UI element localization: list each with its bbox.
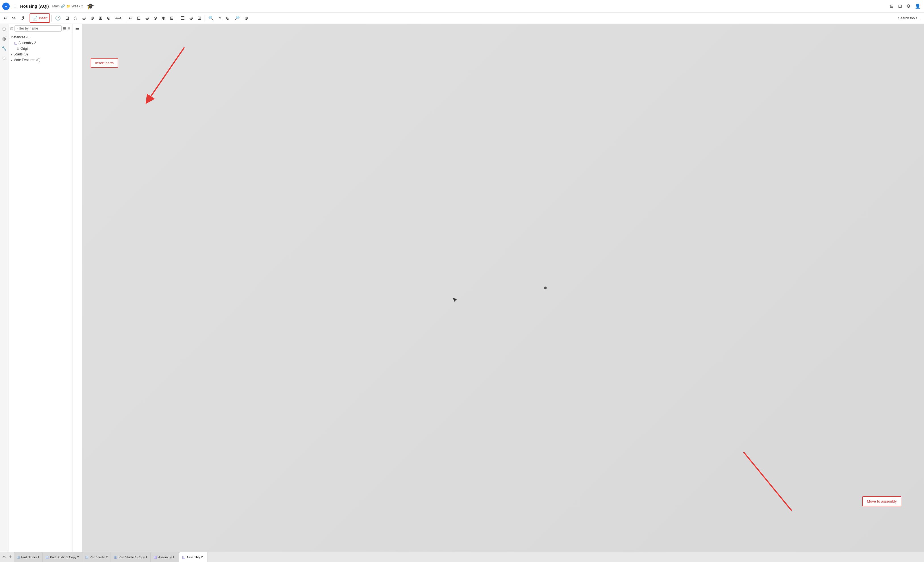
tree-mate-features[interactable]: ▾ Mate Features (0): [9, 57, 72, 63]
sidebar-left-icons: ⊞ ◎ 🔧 ⊕: [0, 24, 9, 552]
onshape-logo: o: [2, 3, 10, 10]
viewport-background: [82, 24, 924, 552]
tab-part-studio-1[interactable]: ◫ Part Studio 1: [14, 552, 43, 562]
tool-12[interactable]: ⊕: [160, 14, 167, 22]
tool-17[interactable]: 🔍: [206, 14, 216, 22]
insert-parts-label: Insert parts: [95, 61, 114, 65]
tab-assembly-1[interactable]: ◫ Assembly 1: [151, 552, 179, 562]
tool-10[interactable]: ⊛: [143, 14, 151, 22]
logo-area: o ☰ Housing (AQI): [2, 3, 49, 10]
tool-11[interactable]: ⊗: [152, 14, 159, 22]
grid-icon-btn[interactable]: ⊞: [889, 2, 895, 10]
tab-bar: ⚙ + ◫ Part Studio 1 ◫ Part Studio 1 Copy…: [0, 552, 924, 562]
tree-origin[interactable]: ⊕ Origin: [9, 46, 72, 51]
tab-part-studio-1-copy-1[interactable]: ◫ Part Studio 1 Copy 1: [111, 552, 151, 562]
tool-1[interactable]: ⊡: [63, 14, 71, 22]
folder-icon: 📁: [66, 4, 70, 8]
tool-21[interactable]: ⊕: [242, 14, 250, 22]
tab-icon-ps-copy1: ◫: [114, 555, 117, 559]
tool-6[interactable]: ⊜: [105, 14, 112, 22]
tab-icon-asm2: ◫: [182, 555, 185, 559]
toolbar: ↩ ↪ ↺ 📄 Insert 🕐 ⊡ ◎ ⊕ ⊕ ⊞ ⊜ ⟺ ↩ ⊡ ⊛ ⊗ ⊕…: [0, 12, 924, 24]
tool-3[interactable]: ⊕: [80, 14, 88, 22]
assembly-item-icon: ◫: [14, 41, 17, 45]
tool-15[interactable]: ⊕: [187, 14, 195, 22]
tree-assembly2[interactable]: ◫ Assembly 2: [9, 40, 72, 46]
move-to-assembly-box[interactable]: Move to assembly: [862, 496, 901, 506]
tab-assembly-2[interactable]: ◫ Assembly 2: [179, 552, 207, 562]
tab-icon-ps-copy2: ◫: [45, 555, 49, 559]
add-instance-button[interactable]: ⊞: [68, 26, 70, 31]
branch-label: Main: [52, 4, 60, 8]
sidebar-content: ⊞ ◎ 🔧 ⊕ ⊡ ☰ ⊞ Instances (0) ◫: [0, 24, 72, 552]
redo-button[interactable]: ↪: [10, 14, 18, 22]
tab-label-ps2: Part Studio 2: [90, 556, 108, 559]
tool-14[interactable]: ☰: [179, 14, 187, 22]
separator-2: [51, 15, 52, 22]
sidebar-panel: ⊡ ☰ ⊞ Instances (0) ◫ Assembly 2 ⊕ O: [9, 24, 72, 552]
undo-button[interactable]: ↩: [2, 14, 9, 22]
tab-label-ps1: Part Studio 1: [21, 556, 39, 559]
tool-13[interactable]: ⊞: [168, 14, 176, 22]
sidebar-icon-parts[interactable]: ◎: [2, 35, 7, 42]
tool-clock[interactable]: 🕐: [53, 14, 63, 22]
sidebar: ⊞ ◎ 🔧 ⊕ ⊡ ☰ ⊞ Instances (0) ◫: [0, 24, 72, 552]
insert-button[interactable]: 📄 Insert: [30, 14, 50, 23]
branch-info: Main 🔗 📁 Week 2: [52, 4, 83, 8]
settings-icon-btn[interactable]: ⚙: [905, 2, 912, 10]
tool-2[interactable]: ◎: [72, 14, 80, 22]
filter-input[interactable]: [15, 25, 62, 32]
document-title: Housing (AQI): [20, 4, 49, 9]
tab-part-studio-2[interactable]: ◫ Part Studio 2: [82, 552, 111, 562]
sidebar-tree: Instances (0) ◫ Assembly 2 ⊕ Origin ▾ Lo…: [9, 33, 72, 552]
origin-label: Origin: [21, 47, 30, 51]
center-dot: [544, 287, 547, 289]
sidebar-filter-bar: ⊡ ☰ ⊞: [9, 24, 72, 33]
tool-16[interactable]: ⊡: [195, 14, 203, 22]
separator-1: [28, 15, 28, 22]
link-icon: 🔗: [61, 4, 65, 8]
add-tab-button[interactable]: +: [7, 553, 14, 561]
user-icon-btn[interactable]: 👤: [914, 2, 922, 10]
tool-4[interactable]: ⊕: [88, 14, 96, 22]
vl-btn-list[interactable]: ☰: [74, 26, 80, 33]
top-bar: o ☰ Housing (AQI) Main 🔗 📁 Week 2 🎓 ⊞ ⊡ …: [0, 0, 924, 12]
tab-part-studio-copy-2[interactable]: ◫ Part Studio 1 Copy 2: [42, 552, 82, 562]
tool-5[interactable]: ⊞: [97, 14, 104, 22]
sidebar-icon-addpart[interactable]: ⊕: [2, 54, 7, 62]
assembly2-label: Assembly 2: [18, 41, 36, 45]
tool-9[interactable]: ⊡: [135, 14, 142, 22]
main-area: ⊞ ◎ 🔧 ⊕ ⊡ ☰ ⊞ Instances (0) ◫: [0, 24, 924, 552]
separator-3: [125, 15, 125, 22]
mate-features-label: Mate Features (0): [14, 58, 40, 62]
tool-7[interactable]: ⟺: [113, 14, 124, 22]
tab-label-ps-copy2: Part Studio 1 Copy 2: [50, 556, 79, 559]
tool-19[interactable]: ⊕: [224, 14, 232, 22]
search-tools-button[interactable]: Search tools...: [896, 15, 922, 22]
tab-icon-ps2: ◫: [85, 555, 88, 559]
graduation-icon: 🎓: [87, 3, 94, 10]
filter-icon: ⊡: [10, 26, 14, 31]
tab-icon-asm1: ◫: [154, 555, 157, 559]
origin-icon: ⊕: [16, 47, 20, 51]
insert-parts-box[interactable]: Insert parts: [91, 58, 118, 68]
list-view-button[interactable]: ☰: [63, 26, 66, 31]
sidebar-icon-assembly[interactable]: 🔧: [1, 45, 8, 52]
tab-label-asm2: Assembly 2: [187, 556, 203, 559]
viewport-left-toolbar: ☰: [72, 24, 82, 552]
tab-icon-ps1: ◫: [17, 555, 20, 559]
chevron-loads-icon: ▾: [11, 53, 12, 56]
tree-instances[interactable]: Instances (0): [9, 35, 72, 40]
tree-loads[interactable]: ▾ Loads (0): [9, 51, 72, 57]
settings-left-icon[interactable]: ⚙: [1, 554, 7, 560]
move-to-assembly-label: Move to assembly: [867, 499, 897, 503]
tool-8[interactable]: ↩: [127, 14, 134, 22]
layout-icon-btn[interactable]: ⊡: [897, 2, 903, 10]
hamburger-menu[interactable]: ☰: [11, 3, 18, 10]
separator-4: [177, 15, 177, 22]
reload-button[interactable]: ↺: [18, 14, 26, 23]
tool-18[interactable]: ○: [216, 14, 224, 22]
tool-20[interactable]: 🔎: [232, 14, 242, 22]
viewport[interactable]: Insert parts Move to assembly: [82, 24, 924, 552]
sidebar-icon-filter[interactable]: ⊞: [2, 26, 7, 32]
